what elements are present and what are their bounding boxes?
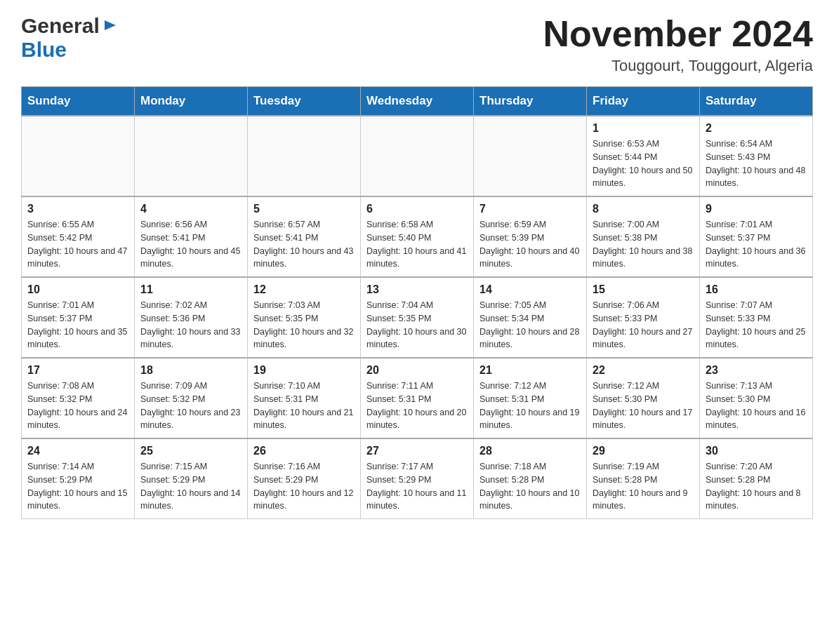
day-number: 3 — [27, 203, 128, 215]
table-row: 23 Sunrise: 7:13 AMSunset: 5:30 PMDaylig… — [700, 358, 813, 438]
day-info: Sunrise: 7:02 AMSunset: 5:36 PMDaylight:… — [140, 300, 240, 349]
table-row: 20 Sunrise: 7:11 AMSunset: 5:31 PMDaylig… — [361, 358, 474, 438]
table-row: 24 Sunrise: 7:14 AMSunset: 5:29 PMDaylig… — [22, 438, 135, 519]
logo-blue-text: Blue — [21, 38, 67, 62]
day-number: 7 — [479, 203, 581, 215]
col-friday: Friday — [587, 87, 700, 116]
table-row: 7 Sunrise: 6:59 AMSunset: 5:39 PMDayligh… — [474, 196, 587, 277]
table-row: 16 Sunrise: 7:07 AMSunset: 5:33 PMDaylig… — [700, 277, 813, 358]
day-number: 29 — [593, 445, 694, 457]
day-info: Sunrise: 6:56 AMSunset: 5:41 PMDaylight:… — [140, 220, 240, 269]
day-number: 20 — [366, 364, 468, 377]
col-wednesday: Wednesday — [361, 87, 474, 116]
day-number: 15 — [593, 283, 694, 296]
table-row: 22 Sunrise: 7:12 AMSunset: 5:30 PMDaylig… — [587, 358, 700, 438]
table-row: 27 Sunrise: 7:17 AMSunset: 5:29 PMDaylig… — [361, 438, 474, 519]
day-info: Sunrise: 6:59 AMSunset: 5:39 PMDaylight:… — [479, 220, 579, 269]
day-info: Sunrise: 7:18 AMSunset: 5:28 PMDaylight:… — [479, 462, 579, 511]
day-number: 1 — [593, 122, 694, 135]
table-row: 13 Sunrise: 7:04 AMSunset: 5:35 PMDaylig… — [361, 277, 474, 358]
table-row: 18 Sunrise: 7:09 AMSunset: 5:32 PMDaylig… — [135, 358, 248, 438]
day-number: 30 — [706, 445, 807, 457]
page-header: General Blue November 2024 Touggourt, To… — [21, 14, 813, 75]
table-row: 21 Sunrise: 7:12 AMSunset: 5:31 PMDaylig… — [474, 358, 587, 438]
day-info: Sunrise: 7:11 AMSunset: 5:31 PMDaylight:… — [366, 381, 466, 430]
day-info: Sunrise: 7:15 AMSunset: 5:29 PMDaylight:… — [140, 462, 240, 511]
table-row: 4 Sunrise: 6:56 AMSunset: 5:41 PMDayligh… — [135, 196, 248, 277]
day-number: 11 — [140, 283, 241, 296]
calendar-week-row: 10 Sunrise: 7:01 AMSunset: 5:37 PMDaylig… — [22, 277, 813, 358]
table-row — [474, 116, 587, 196]
day-info: Sunrise: 7:03 AMSunset: 5:35 PMDaylight:… — [253, 300, 353, 349]
table-row: 25 Sunrise: 7:15 AMSunset: 5:29 PMDaylig… — [135, 438, 248, 519]
day-info: Sunrise: 7:00 AMSunset: 5:38 PMDaylight:… — [593, 220, 692, 269]
month-title: November 2024 — [543, 14, 813, 54]
day-info: Sunrise: 7:05 AMSunset: 5:34 PMDaylight:… — [479, 300, 579, 349]
logo-general-text: General — [21, 14, 100, 38]
day-number: 17 — [27, 364, 128, 377]
col-monday: Monday — [135, 87, 248, 116]
day-number: 28 — [479, 445, 581, 457]
table-row: 11 Sunrise: 7:02 AMSunset: 5:36 PMDaylig… — [135, 277, 248, 358]
table-row: 30 Sunrise: 7:20 AMSunset: 5:28 PMDaylig… — [700, 438, 813, 519]
day-info: Sunrise: 7:20 AMSunset: 5:28 PMDaylight:… — [706, 462, 801, 511]
table-row: 5 Sunrise: 6:57 AMSunset: 5:41 PMDayligh… — [248, 196, 361, 277]
table-row — [135, 116, 248, 196]
day-info: Sunrise: 7:07 AMSunset: 5:33 PMDaylight:… — [706, 300, 805, 349]
day-number: 18 — [140, 364, 241, 377]
day-info: Sunrise: 6:54 AMSunset: 5:43 PMDaylight:… — [706, 139, 805, 188]
svg-marker-0 — [105, 20, 116, 30]
day-info: Sunrise: 7:13 AMSunset: 5:30 PMDaylight:… — [706, 381, 805, 430]
calendar-header-row: Sunday Monday Tuesday Wednesday Thursday… — [22, 87, 813, 116]
calendar-week-row: 17 Sunrise: 7:08 AMSunset: 5:32 PMDaylig… — [22, 358, 813, 438]
table-row: 8 Sunrise: 7:00 AMSunset: 5:38 PMDayligh… — [587, 196, 700, 277]
day-number: 8 — [593, 203, 694, 215]
day-info: Sunrise: 7:08 AMSunset: 5:32 PMDaylight:… — [27, 381, 127, 430]
day-info: Sunrise: 7:17 AMSunset: 5:29 PMDaylight:… — [366, 462, 466, 511]
col-tuesday: Tuesday — [248, 87, 361, 116]
day-number: 25 — [140, 445, 241, 457]
table-row: 26 Sunrise: 7:16 AMSunset: 5:29 PMDaylig… — [248, 438, 361, 519]
table-row: 29 Sunrise: 7:19 AMSunset: 5:28 PMDaylig… — [587, 438, 700, 519]
day-number: 23 — [706, 364, 807, 377]
day-number: 12 — [253, 283, 355, 296]
table-row: 17 Sunrise: 7:08 AMSunset: 5:32 PMDaylig… — [22, 358, 135, 438]
day-info: Sunrise: 7:01 AMSunset: 5:37 PMDaylight:… — [27, 300, 127, 349]
col-sunday: Sunday — [22, 87, 135, 116]
table-row: 28 Sunrise: 7:18 AMSunset: 5:28 PMDaylig… — [474, 438, 587, 519]
day-number: 22 — [593, 364, 694, 377]
day-info: Sunrise: 6:53 AMSunset: 5:44 PMDaylight:… — [593, 139, 692, 188]
table-row — [22, 116, 135, 196]
table-row: 12 Sunrise: 7:03 AMSunset: 5:35 PMDaylig… — [248, 277, 361, 358]
calendar-week-row: 1 Sunrise: 6:53 AMSunset: 5:44 PMDayligh… — [22, 116, 813, 196]
day-number: 21 — [479, 364, 581, 377]
day-info: Sunrise: 7:10 AMSunset: 5:31 PMDaylight:… — [253, 381, 353, 430]
day-number: 26 — [253, 445, 355, 457]
calendar-week-row: 24 Sunrise: 7:14 AMSunset: 5:29 PMDaylig… — [22, 438, 813, 519]
col-thursday: Thursday — [474, 87, 587, 116]
day-number: 24 — [27, 445, 128, 457]
table-row: 9 Sunrise: 7:01 AMSunset: 5:37 PMDayligh… — [700, 196, 813, 277]
col-saturday: Saturday — [700, 87, 813, 116]
day-info: Sunrise: 7:14 AMSunset: 5:29 PMDaylight:… — [27, 462, 127, 511]
day-number: 27 — [366, 445, 468, 457]
day-number: 14 — [479, 283, 581, 296]
logo: General Blue — [21, 14, 117, 62]
day-info: Sunrise: 7:01 AMSunset: 5:37 PMDaylight:… — [706, 220, 805, 269]
table-row — [248, 116, 361, 196]
day-info: Sunrise: 7:12 AMSunset: 5:30 PMDaylight:… — [593, 381, 692, 430]
logo-arrow-icon — [102, 18, 117, 36]
table-row: 1 Sunrise: 6:53 AMSunset: 5:44 PMDayligh… — [587, 116, 700, 196]
calendar-week-row: 3 Sunrise: 6:55 AMSunset: 5:42 PMDayligh… — [22, 196, 813, 277]
day-number: 4 — [140, 203, 241, 215]
table-row: 3 Sunrise: 6:55 AMSunset: 5:42 PMDayligh… — [22, 196, 135, 277]
day-number: 6 — [366, 203, 468, 215]
table-row — [361, 116, 474, 196]
location-subtitle: Touggourt, Touggourt, Algeria — [543, 57, 813, 75]
day-number: 10 — [27, 283, 128, 296]
day-info: Sunrise: 6:58 AMSunset: 5:40 PMDaylight:… — [366, 220, 466, 269]
day-info: Sunrise: 7:16 AMSunset: 5:29 PMDaylight:… — [253, 462, 353, 511]
table-row: 2 Sunrise: 6:54 AMSunset: 5:43 PMDayligh… — [700, 116, 813, 196]
calendar-table: Sunday Monday Tuesday Wednesday Thursday… — [21, 86, 813, 519]
day-info: Sunrise: 6:55 AMSunset: 5:42 PMDaylight:… — [27, 220, 127, 269]
